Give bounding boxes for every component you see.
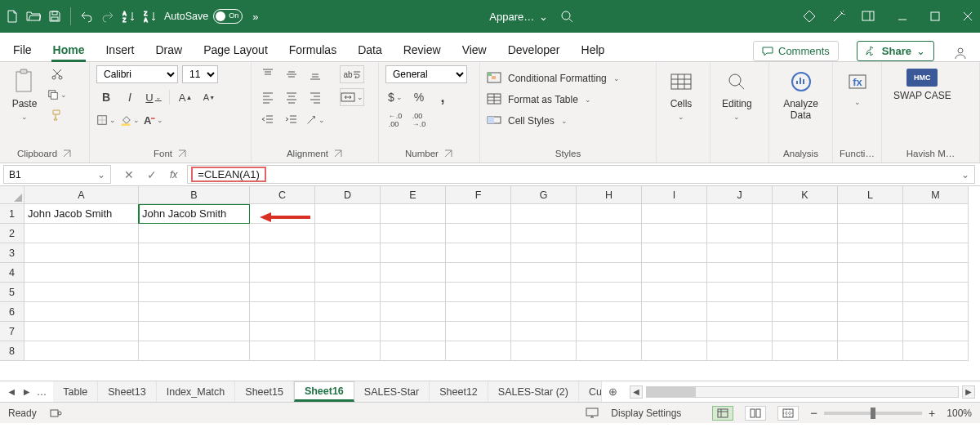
conditional-formatting-button[interactable]: Conditional Formatting⌄ [487,69,620,88]
sheet-tab[interactable]: Index_Match [157,381,236,402]
cell-C6[interactable] [250,302,315,322]
tab-file[interactable]: File [11,38,33,61]
cell-M6[interactable] [903,302,969,322]
row-header[interactable]: 8 [0,341,24,361]
analyze-data-button[interactable]: Analyze Data [776,65,826,124]
cell-L3[interactable] [838,243,903,263]
tab-formulas[interactable]: Formulas [287,38,338,61]
cell-I1[interactable] [642,204,707,224]
cell-H8[interactable] [577,341,642,361]
cell-L7[interactable] [838,322,903,341]
minimize-icon[interactable] [895,9,910,24]
row-header[interactable]: 6 [0,302,24,322]
cell-J7[interactable] [707,322,773,341]
cell-G3[interactable] [511,243,577,263]
cell-G1[interactable] [511,204,577,224]
decrease-font-icon[interactable]: A▼ [199,88,219,106]
document-title-dropdown[interactable]: Appare… ⌄ [489,11,548,23]
scroll-thumb[interactable] [647,387,696,397]
cell-L6[interactable] [838,302,903,322]
cell-K2[interactable] [773,224,838,243]
sheet-tab[interactable]: SALES-Star [354,381,430,402]
sheet-tab[interactable]: SALES-Star (2) [488,381,579,402]
sort-asc-icon[interactable]: AZ [122,9,136,24]
wand-icon[interactable] [831,9,846,24]
search-icon[interactable] [559,9,574,24]
cell-B1[interactable]: John Jacob Smith [139,204,250,224]
bold-button[interactable]: B [96,88,116,106]
fx-label[interactable]: fx [170,169,177,180]
cell-J4[interactable] [707,263,773,283]
cell-K5[interactable] [773,283,838,302]
cell-D7[interactable] [315,322,381,341]
align-right-icon[interactable] [305,88,325,106]
borders-icon[interactable]: ⌄ [96,111,116,129]
macro-record-icon[interactable] [48,406,63,421]
qat-overflow[interactable]: » [249,11,261,23]
column-header[interactable]: H [577,186,642,204]
cell-J2[interactable] [707,224,773,243]
cell-J3[interactable] [707,243,773,263]
view-page-layout-button[interactable] [745,406,766,421]
functions-button[interactable]: fx ⌄ [840,65,875,109]
cell-H4[interactable] [577,263,642,283]
zoom-thumb[interactable] [871,408,875,419]
cell-H6[interactable] [577,302,642,322]
cell-styles-button[interactable]: Cell Styles⌄ [487,111,620,131]
horizontal-scrollbar[interactable]: ◄ ► [625,381,980,402]
font-color-icon[interactable]: A⌄ [144,111,163,129]
cell-E1[interactable] [381,204,446,224]
cell-I4[interactable] [642,263,707,283]
cell-D1[interactable] [315,204,381,224]
zoom-out-button[interactable]: − [810,406,817,420]
column-header[interactable]: M [903,186,969,204]
cell-I2[interactable] [642,224,707,243]
cell-C4[interactable] [250,263,315,283]
cell-I5[interactable] [642,283,707,302]
zoom-track[interactable] [824,412,922,415]
column-header[interactable]: E [381,186,446,204]
cell-C2[interactable] [250,224,315,243]
cell-J1[interactable] [707,204,773,224]
tab-review[interactable]: Review [402,38,443,61]
open-file-icon[interactable] [26,9,41,24]
view-page-break-button[interactable] [777,406,799,421]
merge-center-icon[interactable]: ⌄ [340,88,364,106]
cell-D6[interactable] [315,302,381,322]
cell-G4[interactable] [511,263,577,283]
autosave-toggle[interactable]: AutoSave On [164,9,243,24]
cell-L2[interactable] [838,224,903,243]
decrease-decimal-icon[interactable]: .00→.0 [409,111,429,129]
cell-M3[interactable] [903,243,969,263]
cell-I3[interactable] [642,243,707,263]
cell-A7[interactable] [24,322,139,341]
tab-data[interactable]: Data [356,38,384,61]
column-header[interactable]: L [838,186,903,204]
cell-E6[interactable] [381,302,446,322]
cell-B3[interactable] [139,243,250,263]
underline-button[interactable]: U⌄ [144,88,163,106]
comments-button[interactable]: Comments [753,41,839,61]
cell-L4[interactable] [838,263,903,283]
column-header[interactable]: F [446,186,511,204]
cell-F1[interactable] [446,204,511,224]
align-top-icon[interactable] [258,65,278,83]
cell-K6[interactable] [773,302,838,322]
align-middle-icon[interactable] [282,65,301,83]
cell-K1[interactable] [773,204,838,224]
cell-H5[interactable] [577,283,642,302]
decrease-indent-icon[interactable] [258,111,278,129]
sheet-nav-prev-icon[interactable]: ◄ [7,386,16,398]
cell-D2[interactable] [315,224,381,243]
column-header[interactable]: B [139,186,250,204]
sheet-tab[interactable]: Sheet13 [98,381,157,402]
cell-G7[interactable] [511,322,577,341]
cell-A4[interactable] [24,263,139,283]
cell-C1[interactable] [250,204,315,224]
row-header[interactable]: 5 [0,283,24,302]
tab-insert[interactable]: Insert [104,38,136,61]
row-header[interactable]: 2 [0,224,24,243]
column-header[interactable]: A [24,186,139,204]
ribbon-display-icon[interactable] [861,9,875,24]
cell-M7[interactable] [903,322,969,341]
